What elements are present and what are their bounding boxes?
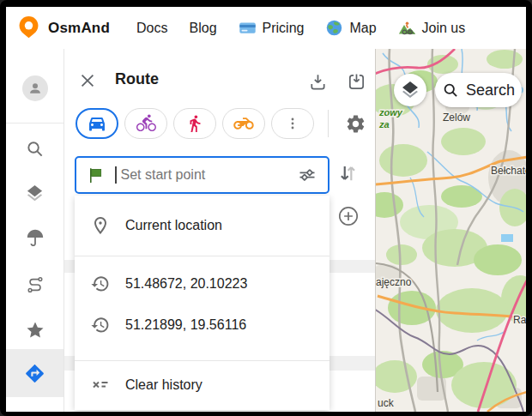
star-icon [25, 320, 45, 341]
more-vert-icon [284, 115, 301, 132]
bicycle-icon [136, 113, 157, 135]
start-flag-icon [87, 166, 105, 184]
location-pin-icon [90, 215, 111, 236]
route-panel: Route [63, 49, 375, 412]
osmand-logo-icon [17, 15, 40, 41]
mode-motorcycle-button[interactable] [222, 108, 265, 139]
search-icon [442, 81, 459, 99]
map-layers-button[interactable] [394, 74, 426, 106]
map-label-town: ajęczno [376, 276, 412, 288]
clear-history-item[interactable]: Clear history [75, 361, 329, 409]
modes-divider [328, 110, 329, 137]
nav-link-map[interactable]: Map [325, 19, 376, 37]
brand[interactable]: OsmAnd [17, 15, 110, 41]
sidebar-item-search[interactable] [6, 130, 63, 167]
text-caret [115, 166, 117, 184]
sidebar-item-configure-map[interactable] [6, 174, 63, 212]
nav-link-pricing[interactable]: Pricing [239, 19, 305, 37]
screenshot-frame: OsmAnd Docs Blog Pricing [0, 0, 532, 416]
start-input-placeholder: Set start point [121, 167, 294, 183]
sidebar-item-navigation[interactable] [6, 349, 63, 397]
map-label-town: Zelów [443, 112, 470, 124]
motorcycle-icon [233, 112, 255, 135]
map-search-button[interactable]: Search [435, 73, 522, 107]
track-route-icon [26, 275, 45, 294]
history-item[interactable]: 51.21899, 19.56116 [75, 304, 329, 346]
top-navbar: OsmAnd Docs Blog Pricing [6, 7, 526, 49]
sidebar-item-weather[interactable] [6, 219, 63, 256]
directions-icon [24, 363, 45, 384]
clear-history-icon [90, 375, 111, 395]
history-icon [90, 315, 111, 335]
pedestrian-icon [185, 114, 204, 133]
brand-name: OsmAnd [48, 20, 110, 37]
save-to-device-icon[interactable] [345, 70, 367, 93]
gear-icon[interactable] [344, 112, 366, 135]
mode-pedestrian-button[interactable] [173, 108, 216, 139]
map-label-town: Rad [513, 314, 526, 326]
sidebar-item-favorites[interactable] [6, 311, 63, 349]
history-item[interactable]: 51.48672, 20.10223 [75, 263, 329, 304]
left-sidebar [6, 49, 64, 412]
close-icon[interactable] [76, 69, 99, 92]
start-point-dropdown: Current location 51.48672, 20.10223 [75, 196, 329, 410]
history-icon [90, 274, 111, 294]
osmand-web-app: OsmAnd Docs Blog Pricing [6, 7, 526, 412]
mode-bicycle-button[interactable] [124, 108, 167, 139]
transport-mode-row [76, 108, 314, 139]
current-location-label: Current location [125, 218, 222, 233]
nav-links: Docs Blog Pricing [136, 19, 465, 37]
avatar [22, 75, 48, 101]
current-location-item[interactable]: Current location [75, 196, 329, 256]
history-coordinates: 51.48672, 20.10223 [125, 276, 247, 292]
download-icon[interactable] [306, 70, 329, 93]
map-label-green: zowy [378, 107, 403, 118]
map-label-town: uck [378, 397, 395, 409]
sidebar-item-profile[interactable] [6, 69, 63, 107]
umbrella-icon [26, 228, 45, 247]
globe-icon [325, 19, 343, 37]
sidebar-item-tracks[interactable] [6, 266, 63, 304]
search-icon [25, 139, 45, 159]
mountain-bike-icon [398, 19, 416, 37]
clear-history-label: Clear history [125, 377, 203, 393]
layers-icon [400, 80, 420, 100]
car-icon [87, 113, 107, 134]
history-coordinates: 51.21899, 19.56116 [125, 317, 246, 333]
map-label-town: Bełcható [491, 165, 526, 177]
panel-title: Route [115, 70, 159, 88]
sidebar-divider [6, 123, 63, 124]
start-point-input[interactable]: Set start point [75, 156, 329, 194]
credit-card-icon [239, 19, 257, 37]
map-label-green: za [378, 119, 390, 130]
swap-vertical-icon[interactable] [336, 162, 359, 184]
nav-link-docs[interactable]: Docs [136, 21, 167, 36]
map-area[interactable]: zowy za Zelów Bełcható ajęczno Rad uck S [375, 49, 526, 412]
mode-car-button[interactable] [76, 108, 118, 139]
nav-link-join-us[interactable]: Join us [398, 19, 466, 37]
tune-icon[interactable] [297, 165, 317, 185]
add-circle-icon[interactable] [337, 205, 360, 227]
map-search-label: Search [466, 81, 515, 99]
nav-link-blog[interactable]: Blog [190, 21, 217, 36]
mode-more-button[interactable] [271, 108, 314, 139]
layers-icon [25, 184, 45, 203]
